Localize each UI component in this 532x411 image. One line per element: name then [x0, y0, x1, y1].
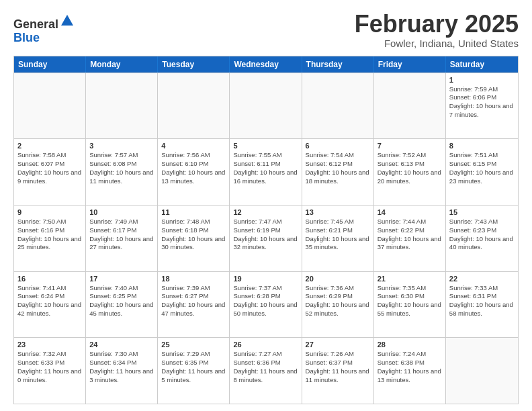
cell-text: Sunrise: 7:57 AM Sunset: 6:08 PM Dayligh…	[89, 151, 154, 185]
cell-text: Sunrise: 7:27 AM Sunset: 6:36 PM Dayligh…	[233, 350, 298, 384]
day-number: 16	[17, 275, 82, 283]
day-number: 26	[233, 340, 298, 349]
cell-text: Sunrise: 7:52 AM Sunset: 6:13 PM Dayligh…	[378, 151, 442, 185]
calendar-cell: 13Sunrise: 7:45 AM Sunset: 6:21 PM Dayli…	[302, 205, 374, 271]
cell-text: Sunrise: 7:35 AM Sunset: 6:30 PM Dayligh…	[378, 284, 442, 318]
calendar-cell: 11Sunrise: 7:48 AM Sunset: 6:18 PM Dayli…	[158, 205, 230, 271]
logo-text: General	[13, 13, 75, 32]
cell-text: Sunrise: 7:39 AM Sunset: 6:27 PM Dayligh…	[161, 284, 226, 318]
calendar-cell: 4Sunrise: 7:56 AM Sunset: 6:10 PM Daylig…	[158, 139, 230, 205]
logo-general: General	[13, 17, 58, 31]
calendar-cell: 12Sunrise: 7:47 AM Sunset: 6:19 PM Dayli…	[230, 205, 302, 271]
day-number: 2	[17, 142, 82, 150]
cell-text: Sunrise: 7:33 AM Sunset: 6:31 PM Dayligh…	[449, 284, 515, 318]
cell-text: Sunrise: 7:48 AM Sunset: 6:18 PM Dayligh…	[161, 218, 226, 252]
calendar-body: 1Sunrise: 7:59 AM Sunset: 6:06 PM Daylig…	[14, 73, 518, 404]
cell-text: Sunrise: 7:58 AM Sunset: 6:07 PM Dayligh…	[17, 151, 82, 185]
day-number: 9	[17, 208, 82, 216]
logo: General Blue	[13, 13, 75, 45]
header-cell-friday: Friday	[374, 56, 446, 73]
day-number: 22	[449, 275, 515, 283]
cell-text: Sunrise: 7:50 AM Sunset: 6:16 PM Dayligh…	[17, 218, 82, 252]
calendar-cell: 24Sunrise: 7:30 AM Sunset: 6:34 PM Dayli…	[86, 338, 158, 404]
calendar-row-3: 16Sunrise: 7:41 AM Sunset: 6:24 PM Dayli…	[14, 271, 518, 338]
day-number: 6	[306, 142, 370, 150]
calendar-row-4: 23Sunrise: 7:32 AM Sunset: 6:33 PM Dayli…	[14, 337, 518, 404]
calendar-cell: 21Sunrise: 7:35 AM Sunset: 6:30 PM Dayli…	[374, 272, 446, 338]
cell-text: Sunrise: 7:44 AM Sunset: 6:22 PM Dayligh…	[378, 218, 442, 252]
cell-text: Sunrise: 7:43 AM Sunset: 6:23 PM Dayligh…	[449, 218, 515, 252]
day-number: 15	[449, 208, 515, 216]
calendar-row-1: 2Sunrise: 7:58 AM Sunset: 6:07 PM Daylig…	[14, 138, 518, 205]
day-number: 18	[161, 275, 226, 283]
day-number: 27	[306, 340, 370, 349]
day-number: 23	[17, 340, 82, 349]
calendar-cell: 10Sunrise: 7:49 AM Sunset: 6:17 PM Dayli…	[86, 205, 158, 271]
cell-text: Sunrise: 7:41 AM Sunset: 6:24 PM Dayligh…	[17, 284, 82, 318]
day-number: 12	[233, 208, 298, 216]
cell-text: Sunrise: 7:45 AM Sunset: 6:21 PM Dayligh…	[306, 218, 370, 252]
location: Fowler, Indiana, United States	[355, 38, 519, 49]
calendar-cell: 9Sunrise: 7:50 AM Sunset: 6:16 PM Daylig…	[14, 205, 86, 271]
day-number: 19	[233, 275, 298, 283]
calendar-cell: 18Sunrise: 7:39 AM Sunset: 6:27 PM Dayli…	[158, 272, 230, 338]
calendar-cell: 20Sunrise: 7:36 AM Sunset: 6:29 PM Dayli…	[302, 272, 374, 338]
calendar-cell: 23Sunrise: 7:32 AM Sunset: 6:33 PM Dayli…	[14, 338, 86, 404]
day-number: 17	[89, 275, 154, 283]
cell-text: Sunrise: 7:24 AM Sunset: 6:38 PM Dayligh…	[378, 350, 442, 384]
cell-text: Sunrise: 7:36 AM Sunset: 6:29 PM Dayligh…	[306, 284, 370, 318]
calendar-container: SundayMondayTuesdayWednesdayThursdayFrid…	[13, 56, 519, 404]
page: General Blue February 2025 Fowler, India…	[0, 0, 532, 411]
cell-text: Sunrise: 7:30 AM Sunset: 6:34 PM Dayligh…	[89, 350, 154, 384]
day-number: 21	[378, 275, 442, 283]
day-number: 24	[89, 340, 154, 349]
cell-text: Sunrise: 7:56 AM Sunset: 6:10 PM Dayligh…	[161, 151, 226, 185]
calendar-cell: 5Sunrise: 7:55 AM Sunset: 6:11 PM Daylig…	[230, 139, 302, 205]
day-number: 11	[161, 208, 226, 216]
header-cell-monday: Monday	[86, 56, 158, 73]
calendar-cell	[158, 73, 230, 139]
cell-text: Sunrise: 7:29 AM Sunset: 6:35 PM Dayligh…	[161, 350, 226, 384]
calendar-cell: 3Sunrise: 7:57 AM Sunset: 6:08 PM Daylig…	[86, 139, 158, 205]
cell-text: Sunrise: 7:32 AM Sunset: 6:33 PM Dayligh…	[17, 350, 82, 384]
day-number: 4	[161, 142, 226, 150]
day-number: 10	[89, 208, 154, 216]
calendar-cell: 26Sunrise: 7:27 AM Sunset: 6:36 PM Dayli…	[230, 338, 302, 404]
day-number: 28	[378, 340, 442, 349]
header-cell-wednesday: Wednesday	[230, 56, 302, 73]
calendar-cell: 25Sunrise: 7:29 AM Sunset: 6:35 PM Dayli…	[158, 338, 230, 404]
cell-text: Sunrise: 7:51 AM Sunset: 6:15 PM Dayligh…	[449, 151, 515, 185]
cell-text: Sunrise: 7:40 AM Sunset: 6:25 PM Dayligh…	[89, 284, 154, 318]
day-number: 14	[378, 208, 442, 216]
cell-text: Sunrise: 7:55 AM Sunset: 6:11 PM Dayligh…	[233, 151, 298, 185]
calendar-cell	[374, 73, 446, 139]
calendar-cell: 8Sunrise: 7:51 AM Sunset: 6:15 PM Daylig…	[446, 139, 518, 205]
day-number: 25	[161, 340, 226, 349]
calendar-cell: 15Sunrise: 7:43 AM Sunset: 6:23 PM Dayli…	[446, 205, 518, 271]
cell-text: Sunrise: 7:49 AM Sunset: 6:17 PM Dayligh…	[89, 218, 154, 252]
calendar-cell	[446, 338, 518, 404]
month-year: February 2025	[355, 11, 519, 38]
cell-text: Sunrise: 7:59 AM Sunset: 6:06 PM Dayligh…	[449, 85, 515, 120]
calendar-cell: 1Sunrise: 7:59 AM Sunset: 6:06 PM Daylig…	[446, 73, 518, 139]
calendar-cell: 14Sunrise: 7:44 AM Sunset: 6:22 PM Dayli…	[374, 205, 446, 271]
svg-marker-0	[61, 15, 73, 26]
day-number: 20	[306, 275, 370, 283]
calendar-row-2: 9Sunrise: 7:50 AM Sunset: 6:16 PM Daylig…	[14, 205, 518, 271]
day-number: 7	[378, 142, 442, 150]
calendar-cell: 16Sunrise: 7:41 AM Sunset: 6:24 PM Dayli…	[14, 272, 86, 338]
day-number: 1	[449, 76, 515, 84]
cell-text: Sunrise: 7:26 AM Sunset: 6:37 PM Dayligh…	[306, 350, 370, 384]
calendar-cell: 7Sunrise: 7:52 AM Sunset: 6:13 PM Daylig…	[374, 139, 446, 205]
logo-blue: Blue	[13, 31, 40, 44]
day-number: 13	[306, 208, 370, 216]
cell-text: Sunrise: 7:54 AM Sunset: 6:12 PM Dayligh…	[306, 151, 370, 185]
logo-blue-text: Blue	[13, 32, 75, 45]
logo-icon	[60, 13, 75, 28]
header-cell-sunday: Sunday	[14, 56, 86, 73]
calendar-cell	[302, 73, 374, 139]
calendar-cell: 17Sunrise: 7:40 AM Sunset: 6:25 PM Dayli…	[86, 272, 158, 338]
header-cell-thursday: Thursday	[302, 56, 374, 73]
header-cell-saturday: Saturday	[446, 56, 518, 73]
calendar-cell: 6Sunrise: 7:54 AM Sunset: 6:12 PM Daylig…	[302, 139, 374, 205]
